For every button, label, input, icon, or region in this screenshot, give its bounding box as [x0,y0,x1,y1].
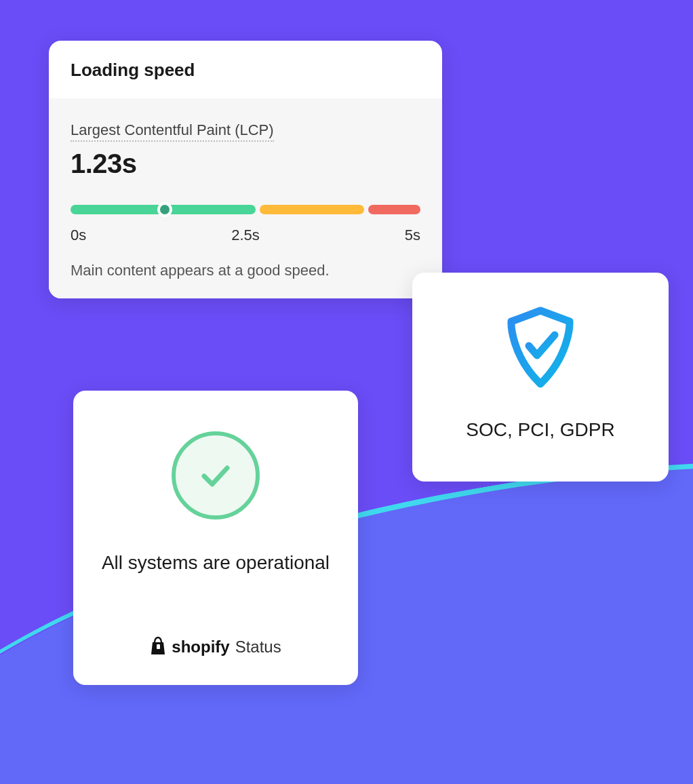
speed-marker [157,202,172,217]
svg-rect-0 [157,644,160,649]
speed-bar [71,205,420,214]
speed-ticks: 0s 2.5s 5s [71,227,420,244]
loading-speed-title: Loading speed [71,60,420,81]
shield-check-icon [429,307,652,388]
loading-speed-body: Largest Contentful Paint (LCP) 1.23s 0s … [49,98,442,298]
speed-bar-poor [368,205,420,214]
compliance-text: SOC, PCI, GDPR [429,419,652,441]
shopify-bag-icon [150,636,166,658]
speed-bar-needs-improvement [260,205,365,214]
tick-mid: 2.5s [231,227,260,244]
status-card: All systems are operational shopify Stat… [73,391,358,685]
speed-description: Main content appears at a good speed. [71,262,420,279]
status-footer: shopify Status [94,636,338,658]
shopify-wordmark: shopify [172,638,229,656]
tick-end: 5s [405,227,420,244]
status-text: All systems are operational [94,551,338,575]
tick-start: 0s [71,227,86,244]
lcp-value: 1.23s [71,149,420,179]
loading-speed-header: Loading speed [49,41,442,98]
lcp-label: Largest Contentful Paint (LCP) [71,121,274,142]
status-suffix: Status [235,638,281,656]
loading-speed-card: Loading speed Largest Contentful Paint (… [49,41,442,298]
compliance-card: SOC, PCI, GDPR [412,273,669,482]
status-ok-icon [172,431,260,520]
